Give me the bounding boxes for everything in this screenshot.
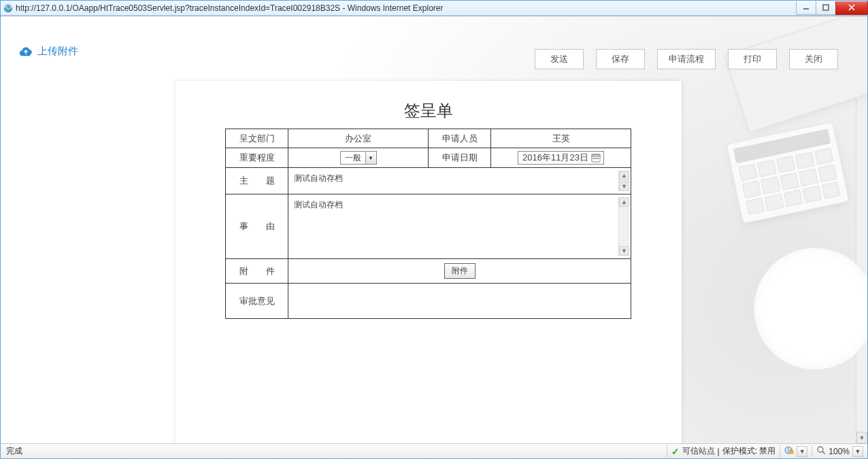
- svg-rect-10: [595, 158, 597, 159]
- form-card: 签呈单 呈文部门 办公室 申请人员 王英 重要程度: [176, 81, 682, 443]
- zoom-value: 100%: [829, 447, 850, 456]
- status-protected-text: 保护模式: 禁用: [722, 445, 776, 457]
- send-button[interactable]: 发送: [535, 49, 584, 69]
- scroll-up-icon: ▲: [856, 16, 867, 28]
- label-applicant: 申请人员: [429, 129, 491, 148]
- status-icons: ▼: [780, 445, 807, 458]
- ie-icon: [3, 3, 13, 13]
- scroll-down-icon: ▼: [619, 182, 629, 191]
- subject-textarea[interactable]: 测试自动存档 ▲ ▼: [290, 171, 629, 191]
- window-titlebar: http://127.0.0.1/OAapp/HtTrace0503Servle…: [1, 1, 867, 16]
- apply-date-value: 2016年11月23日: [522, 152, 588, 164]
- send-button-label: 发送: [550, 53, 568, 65]
- label-approval: 审批意见: [226, 284, 288, 319]
- apply-date-input[interactable]: 2016年11月23日: [518, 151, 604, 165]
- svg-line-15: [822, 452, 825, 454]
- scroll-down-icon: ▼: [619, 246, 629, 256]
- form-title: 签呈单: [203, 100, 654, 122]
- window-title: http://127.0.0.1/OAapp/HtTrace0503Servle…: [16, 3, 443, 13]
- calendar-icon: [591, 153, 601, 163]
- cell-reason: 测试自动存档 ▲ ▼: [288, 194, 631, 259]
- reason-scrollbar[interactable]: ▲ ▼: [618, 197, 629, 256]
- svg-rect-11: [597, 158, 599, 159]
- svg-point-14: [818, 447, 823, 452]
- print-button[interactable]: 打印: [728, 49, 777, 69]
- upload-label: 上传附件: [37, 45, 78, 58]
- subject-text: 测试自动存档: [294, 173, 343, 184]
- priority-select[interactable]: 一般 ▼: [340, 151, 377, 165]
- window-close-button[interactable]: [835, 1, 868, 15]
- status-zoom: 100% ▼: [812, 445, 863, 457]
- close-button[interactable]: 关闭: [789, 49, 838, 69]
- attachment-button[interactable]: 附件: [444, 263, 475, 279]
- form-table: 呈文部门 办公室 申请人员 王英 重要程度 一般 ▼ 申请日: [225, 129, 631, 319]
- status-right: ✓ 可信站点 | 保护模式: 禁用 ▼: [667, 445, 864, 458]
- scroll-up-icon: ▲: [619, 171, 629, 180]
- chevron-down-icon: ▼: [365, 152, 376, 164]
- print-button-label: 打印: [744, 53, 761, 65]
- svg-rect-6: [592, 154, 600, 156]
- cell-apply-date: 2016年11月23日: [491, 148, 631, 168]
- label-priority: 重要程度: [226, 148, 288, 168]
- save-button[interactable]: 保存: [596, 49, 645, 69]
- window-minimize-button[interactable]: [796, 1, 816, 15]
- svg-rect-13: [790, 451, 793, 454]
- priority-selected: 一般: [341, 152, 365, 164]
- upload-attachment-link[interactable]: 上传附件: [18, 45, 78, 58]
- page-body: 上传附件 发送 保存 申请流程 打印 关闭 签呈单: [1, 16, 867, 443]
- cell-subject: 测试自动存档 ▲ ▼: [288, 168, 631, 194]
- ie-window: http://127.0.0.1/OAapp/HtTrace0503Servle…: [0, 0, 868, 459]
- scroll-up-icon: ▲: [619, 197, 629, 207]
- window-controls: [796, 1, 867, 15]
- value-office: 办公室: [288, 129, 429, 148]
- label-attachment: 附 件: [226, 259, 288, 284]
- status-left: 完成: [3, 445, 22, 457]
- cell-attachment: 附件: [288, 259, 631, 284]
- cell-priority: 一般 ▼: [288, 148, 429, 168]
- globe-lock-icon: [784, 445, 794, 457]
- top-action-bar: 上传附件 发送 保存 申请流程 打印 关闭: [1, 16, 856, 67]
- apply-flow-button-label: 申请流程: [669, 53, 704, 65]
- action-button-group: 发送 保存 申请流程 打印 关闭: [535, 49, 838, 69]
- magnifier-icon: [816, 445, 826, 457]
- svg-rect-2: [823, 5, 829, 10]
- reason-text: 测试自动存档: [294, 199, 343, 211]
- label-dept: 呈文部门: [226, 129, 288, 148]
- cloud-upload-icon: [18, 46, 33, 57]
- attachment-button-label: 附件: [452, 266, 468, 275]
- label-apply-date: 申请日期: [429, 148, 491, 168]
- status-bar: 完成 ✓ 可信站点 | 保护模式: 禁用 ▼: [1, 443, 867, 458]
- reason-textarea[interactable]: 测试自动存档 ▲ ▼: [290, 197, 629, 256]
- close-button-label: 关闭: [805, 53, 822, 65]
- apply-flow-button[interactable]: 申请流程: [657, 49, 716, 69]
- value-applicant-name: 王英: [491, 129, 631, 148]
- page-scrollbar[interactable]: ▲ ▼: [856, 16, 867, 443]
- status-trusted: ✓ 可信站点 | 保护模式: 禁用: [667, 445, 776, 458]
- label-reason: 事 由: [226, 194, 288, 259]
- scroll-down-icon: ▼: [856, 432, 867, 443]
- content-area: 上传附件 发送 保存 申请流程 打印 关闭 签呈单: [1, 16, 856, 443]
- chevron-down-icon[interactable]: ▼: [797, 446, 807, 457]
- save-button-label: 保存: [612, 53, 629, 65]
- chevron-down-icon[interactable]: ▼: [852, 446, 863, 457]
- check-icon: ✓: [671, 446, 680, 457]
- window-maximize-button[interactable]: [816, 1, 836, 15]
- label-subject: 主 题: [226, 168, 288, 194]
- status-trusted-text: 可信站点: [682, 445, 715, 457]
- pipe: |: [718, 447, 720, 456]
- cell-approval[interactable]: [288, 284, 631, 319]
- subject-scrollbar[interactable]: ▲ ▼: [618, 171, 629, 191]
- svg-rect-9: [593, 158, 595, 159]
